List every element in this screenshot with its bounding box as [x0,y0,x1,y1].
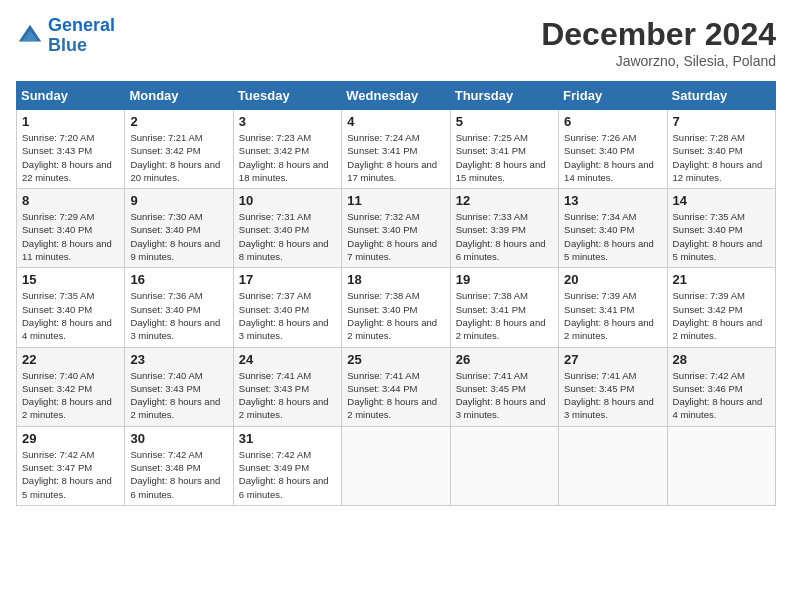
day-cell: 29 Sunrise: 7:42 AM Sunset: 3:47 PM Dayl… [17,426,125,505]
day-number: 5 [456,114,553,129]
day-number: 22 [22,352,119,367]
day-info: Sunrise: 7:41 AM Sunset: 3:45 PM Dayligh… [456,369,553,422]
day-number: 1 [22,114,119,129]
day-cell: 23 Sunrise: 7:40 AM Sunset: 3:43 PM Dayl… [125,347,233,426]
day-number: 25 [347,352,444,367]
day-info: Sunrise: 7:34 AM Sunset: 3:40 PM Dayligh… [564,210,661,263]
day-cell [559,426,667,505]
day-info: Sunrise: 7:40 AM Sunset: 3:43 PM Dayligh… [130,369,227,422]
day-number: 11 [347,193,444,208]
weekday-sunday: Sunday [17,82,125,110]
day-info: Sunrise: 7:30 AM Sunset: 3:40 PM Dayligh… [130,210,227,263]
month-title: December 2024 [541,16,776,53]
week-row-3: 15 Sunrise: 7:35 AM Sunset: 3:40 PM Dayl… [17,268,776,347]
day-info: Sunrise: 7:39 AM Sunset: 3:42 PM Dayligh… [673,289,770,342]
day-number: 31 [239,431,336,446]
day-number: 24 [239,352,336,367]
day-info: Sunrise: 7:38 AM Sunset: 3:41 PM Dayligh… [456,289,553,342]
logo-icon [16,22,44,50]
calendar-table: SundayMondayTuesdayWednesdayThursdayFrid… [16,81,776,506]
day-cell: 8 Sunrise: 7:29 AM Sunset: 3:40 PM Dayli… [17,189,125,268]
weekday-monday: Monday [125,82,233,110]
day-info: Sunrise: 7:42 AM Sunset: 3:46 PM Dayligh… [673,369,770,422]
day-info: Sunrise: 7:31 AM Sunset: 3:40 PM Dayligh… [239,210,336,263]
day-number: 20 [564,272,661,287]
day-info: Sunrise: 7:23 AM Sunset: 3:42 PM Dayligh… [239,131,336,184]
day-cell: 5 Sunrise: 7:25 AM Sunset: 3:41 PM Dayli… [450,110,558,189]
week-row-2: 8 Sunrise: 7:29 AM Sunset: 3:40 PM Dayli… [17,189,776,268]
day-number: 23 [130,352,227,367]
day-info: Sunrise: 7:42 AM Sunset: 3:47 PM Dayligh… [22,448,119,501]
day-cell: 31 Sunrise: 7:42 AM Sunset: 3:49 PM Dayl… [233,426,341,505]
day-cell: 6 Sunrise: 7:26 AM Sunset: 3:40 PM Dayli… [559,110,667,189]
day-cell [342,426,450,505]
day-number: 12 [456,193,553,208]
day-number: 29 [22,431,119,446]
day-number: 21 [673,272,770,287]
day-cell: 18 Sunrise: 7:38 AM Sunset: 3:40 PM Dayl… [342,268,450,347]
day-cell: 26 Sunrise: 7:41 AM Sunset: 3:45 PM Dayl… [450,347,558,426]
day-info: Sunrise: 7:38 AM Sunset: 3:40 PM Dayligh… [347,289,444,342]
day-info: Sunrise: 7:25 AM Sunset: 3:41 PM Dayligh… [456,131,553,184]
logo-text: General Blue [48,16,115,56]
week-row-1: 1 Sunrise: 7:20 AM Sunset: 3:43 PM Dayli… [17,110,776,189]
day-cell: 13 Sunrise: 7:34 AM Sunset: 3:40 PM Dayl… [559,189,667,268]
day-number: 9 [130,193,227,208]
day-number: 3 [239,114,336,129]
day-cell: 1 Sunrise: 7:20 AM Sunset: 3:43 PM Dayli… [17,110,125,189]
day-cell: 11 Sunrise: 7:32 AM Sunset: 3:40 PM Dayl… [342,189,450,268]
week-row-4: 22 Sunrise: 7:40 AM Sunset: 3:42 PM Dayl… [17,347,776,426]
day-info: Sunrise: 7:35 AM Sunset: 3:40 PM Dayligh… [22,289,119,342]
day-cell [450,426,558,505]
day-number: 18 [347,272,444,287]
day-cell: 17 Sunrise: 7:37 AM Sunset: 3:40 PM Dayl… [233,268,341,347]
day-cell: 3 Sunrise: 7:23 AM Sunset: 3:42 PM Dayli… [233,110,341,189]
day-cell: 15 Sunrise: 7:35 AM Sunset: 3:40 PM Dayl… [17,268,125,347]
day-info: Sunrise: 7:40 AM Sunset: 3:42 PM Dayligh… [22,369,119,422]
day-cell: 30 Sunrise: 7:42 AM Sunset: 3:48 PM Dayl… [125,426,233,505]
day-info: Sunrise: 7:41 AM Sunset: 3:45 PM Dayligh… [564,369,661,422]
day-number: 2 [130,114,227,129]
weekday-friday: Friday [559,82,667,110]
day-number: 28 [673,352,770,367]
day-cell: 20 Sunrise: 7:39 AM Sunset: 3:41 PM Dayl… [559,268,667,347]
day-cell: 14 Sunrise: 7:35 AM Sunset: 3:40 PM Dayl… [667,189,775,268]
day-number: 13 [564,193,661,208]
day-number: 17 [239,272,336,287]
day-cell: 16 Sunrise: 7:36 AM Sunset: 3:40 PM Dayl… [125,268,233,347]
day-info: Sunrise: 7:42 AM Sunset: 3:49 PM Dayligh… [239,448,336,501]
title-block: December 2024 Jaworzno, Silesia, Poland [541,16,776,69]
day-cell: 25 Sunrise: 7:41 AM Sunset: 3:44 PM Dayl… [342,347,450,426]
day-number: 16 [130,272,227,287]
day-cell: 7 Sunrise: 7:28 AM Sunset: 3:40 PM Dayli… [667,110,775,189]
calendar-body: 1 Sunrise: 7:20 AM Sunset: 3:43 PM Dayli… [17,110,776,506]
day-cell: 27 Sunrise: 7:41 AM Sunset: 3:45 PM Dayl… [559,347,667,426]
weekday-wednesday: Wednesday [342,82,450,110]
day-cell: 9 Sunrise: 7:30 AM Sunset: 3:40 PM Dayli… [125,189,233,268]
day-cell [667,426,775,505]
day-number: 6 [564,114,661,129]
day-info: Sunrise: 7:33 AM Sunset: 3:39 PM Dayligh… [456,210,553,263]
day-info: Sunrise: 7:41 AM Sunset: 3:44 PM Dayligh… [347,369,444,422]
day-info: Sunrise: 7:39 AM Sunset: 3:41 PM Dayligh… [564,289,661,342]
day-info: Sunrise: 7:32 AM Sunset: 3:40 PM Dayligh… [347,210,444,263]
day-number: 19 [456,272,553,287]
weekday-header-row: SundayMondayTuesdayWednesdayThursdayFrid… [17,82,776,110]
weekday-tuesday: Tuesday [233,82,341,110]
day-cell: 24 Sunrise: 7:41 AM Sunset: 3:43 PM Dayl… [233,347,341,426]
day-number: 10 [239,193,336,208]
day-number: 27 [564,352,661,367]
day-info: Sunrise: 7:36 AM Sunset: 3:40 PM Dayligh… [130,289,227,342]
day-info: Sunrise: 7:28 AM Sunset: 3:40 PM Dayligh… [673,131,770,184]
day-cell: 4 Sunrise: 7:24 AM Sunset: 3:41 PM Dayli… [342,110,450,189]
day-number: 26 [456,352,553,367]
weekday-thursday: Thursday [450,82,558,110]
day-info: Sunrise: 7:26 AM Sunset: 3:40 PM Dayligh… [564,131,661,184]
day-info: Sunrise: 7:20 AM Sunset: 3:43 PM Dayligh… [22,131,119,184]
day-cell: 10 Sunrise: 7:31 AM Sunset: 3:40 PM Dayl… [233,189,341,268]
day-number: 14 [673,193,770,208]
day-cell: 21 Sunrise: 7:39 AM Sunset: 3:42 PM Dayl… [667,268,775,347]
day-info: Sunrise: 7:42 AM Sunset: 3:48 PM Dayligh… [130,448,227,501]
page-header: General Blue December 2024 Jaworzno, Sil… [16,16,776,69]
day-info: Sunrise: 7:21 AM Sunset: 3:42 PM Dayligh… [130,131,227,184]
